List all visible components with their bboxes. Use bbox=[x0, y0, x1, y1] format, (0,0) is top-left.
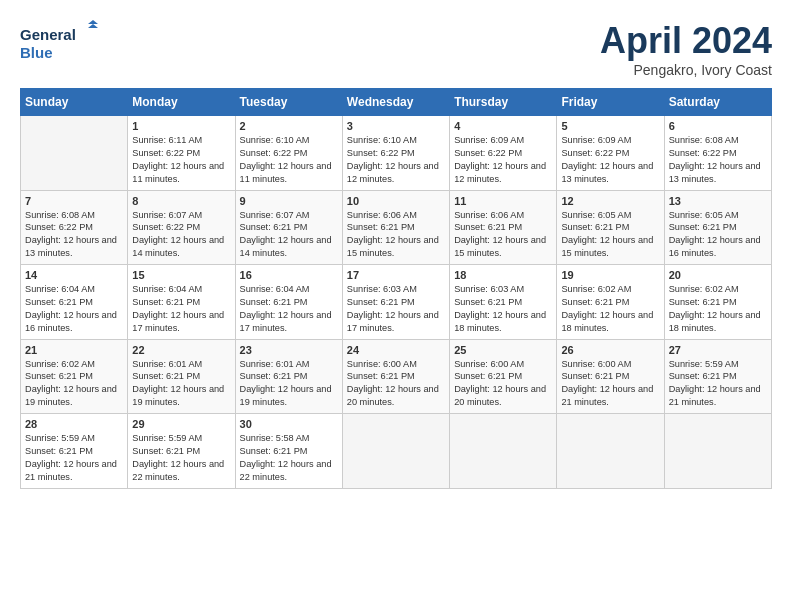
day-number: 4 bbox=[454, 120, 552, 132]
day-number: 8 bbox=[132, 195, 230, 207]
day-info: Sunrise: 6:09 AMSunset: 6:22 PMDaylight:… bbox=[454, 135, 546, 184]
calendar-cell bbox=[21, 116, 128, 191]
day-info: Sunrise: 6:10 AMSunset: 6:22 PMDaylight:… bbox=[347, 135, 439, 184]
calendar-cell: 22 Sunrise: 6:01 AMSunset: 6:21 PMDaylig… bbox=[128, 339, 235, 414]
calendar-cell: 26 Sunrise: 6:00 AMSunset: 6:21 PMDaylig… bbox=[557, 339, 664, 414]
calendar-cell: 5 Sunrise: 6:09 AMSunset: 6:22 PMDayligh… bbox=[557, 116, 664, 191]
day-info: Sunrise: 6:02 AMSunset: 6:21 PMDaylight:… bbox=[669, 284, 761, 333]
calendar-cell: 17 Sunrise: 6:03 AMSunset: 6:21 PMDaylig… bbox=[342, 265, 449, 340]
day-info: Sunrise: 6:07 AMSunset: 6:21 PMDaylight:… bbox=[240, 210, 332, 259]
calendar-cell: 4 Sunrise: 6:09 AMSunset: 6:22 PMDayligh… bbox=[450, 116, 557, 191]
calendar-cell: 28 Sunrise: 5:59 AMSunset: 6:21 PMDaylig… bbox=[21, 414, 128, 489]
column-header-sunday: Sunday bbox=[21, 89, 128, 116]
calendar-cell: 2 Sunrise: 6:10 AMSunset: 6:22 PMDayligh… bbox=[235, 116, 342, 191]
day-info: Sunrise: 6:10 AMSunset: 6:22 PMDaylight:… bbox=[240, 135, 332, 184]
day-info: Sunrise: 6:01 AMSunset: 6:21 PMDaylight:… bbox=[132, 359, 224, 408]
day-number: 19 bbox=[561, 269, 659, 281]
day-info: Sunrise: 6:08 AMSunset: 6:22 PMDaylight:… bbox=[669, 135, 761, 184]
calendar-table: SundayMondayTuesdayWednesdayThursdayFrid… bbox=[20, 88, 772, 489]
month-title: April 2024 bbox=[600, 20, 772, 62]
day-number: 29 bbox=[132, 418, 230, 430]
day-number: 17 bbox=[347, 269, 445, 281]
calendar-cell: 6 Sunrise: 6:08 AMSunset: 6:22 PMDayligh… bbox=[664, 116, 771, 191]
day-number: 22 bbox=[132, 344, 230, 356]
day-number: 16 bbox=[240, 269, 338, 281]
svg-text:General: General bbox=[20, 26, 76, 43]
day-info: Sunrise: 6:00 AMSunset: 6:21 PMDaylight:… bbox=[561, 359, 653, 408]
calendar-cell bbox=[664, 414, 771, 489]
week-row-2: 7 Sunrise: 6:08 AMSunset: 6:22 PMDayligh… bbox=[21, 190, 772, 265]
day-number: 26 bbox=[561, 344, 659, 356]
day-info: Sunrise: 6:03 AMSunset: 6:21 PMDaylight:… bbox=[454, 284, 546, 333]
calendar-cell: 27 Sunrise: 5:59 AMSunset: 6:21 PMDaylig… bbox=[664, 339, 771, 414]
calendar-cell: 3 Sunrise: 6:10 AMSunset: 6:22 PMDayligh… bbox=[342, 116, 449, 191]
day-info: Sunrise: 6:04 AMSunset: 6:21 PMDaylight:… bbox=[132, 284, 224, 333]
calendar-cell: 21 Sunrise: 6:02 AMSunset: 6:21 PMDaylig… bbox=[21, 339, 128, 414]
svg-marker-2 bbox=[88, 20, 98, 24]
day-number: 15 bbox=[132, 269, 230, 281]
page-header: General Blue April 2024 Pengakro, Ivory … bbox=[20, 20, 772, 78]
calendar-cell: 13 Sunrise: 6:05 AMSunset: 6:21 PMDaylig… bbox=[664, 190, 771, 265]
calendar-cell: 23 Sunrise: 6:01 AMSunset: 6:21 PMDaylig… bbox=[235, 339, 342, 414]
calendar-cell: 7 Sunrise: 6:08 AMSunset: 6:22 PMDayligh… bbox=[21, 190, 128, 265]
day-number: 24 bbox=[347, 344, 445, 356]
calendar-cell: 30 Sunrise: 5:58 AMSunset: 6:21 PMDaylig… bbox=[235, 414, 342, 489]
day-number: 13 bbox=[669, 195, 767, 207]
calendar-cell: 1 Sunrise: 6:11 AMSunset: 6:22 PMDayligh… bbox=[128, 116, 235, 191]
day-number: 28 bbox=[25, 418, 123, 430]
day-number: 5 bbox=[561, 120, 659, 132]
day-info: Sunrise: 6:00 AMSunset: 6:21 PMDaylight:… bbox=[454, 359, 546, 408]
week-row-4: 21 Sunrise: 6:02 AMSunset: 6:21 PMDaylig… bbox=[21, 339, 772, 414]
day-info: Sunrise: 6:05 AMSunset: 6:21 PMDaylight:… bbox=[669, 210, 761, 259]
day-number: 11 bbox=[454, 195, 552, 207]
column-header-tuesday: Tuesday bbox=[235, 89, 342, 116]
calendar-cell: 8 Sunrise: 6:07 AMSunset: 6:22 PMDayligh… bbox=[128, 190, 235, 265]
location: Pengakro, Ivory Coast bbox=[600, 62, 772, 78]
day-number: 14 bbox=[25, 269, 123, 281]
calendar-header-row: SundayMondayTuesdayWednesdayThursdayFrid… bbox=[21, 89, 772, 116]
calendar-cell bbox=[342, 414, 449, 489]
week-row-3: 14 Sunrise: 6:04 AMSunset: 6:21 PMDaylig… bbox=[21, 265, 772, 340]
day-info: Sunrise: 6:00 AMSunset: 6:21 PMDaylight:… bbox=[347, 359, 439, 408]
day-info: Sunrise: 5:59 AMSunset: 6:21 PMDaylight:… bbox=[25, 433, 117, 482]
calendar-cell: 18 Sunrise: 6:03 AMSunset: 6:21 PMDaylig… bbox=[450, 265, 557, 340]
calendar-cell: 16 Sunrise: 6:04 AMSunset: 6:21 PMDaylig… bbox=[235, 265, 342, 340]
day-number: 12 bbox=[561, 195, 659, 207]
calendar-cell: 9 Sunrise: 6:07 AMSunset: 6:21 PMDayligh… bbox=[235, 190, 342, 265]
day-info: Sunrise: 6:08 AMSunset: 6:22 PMDaylight:… bbox=[25, 210, 117, 259]
day-number: 9 bbox=[240, 195, 338, 207]
calendar-cell: 29 Sunrise: 5:59 AMSunset: 6:21 PMDaylig… bbox=[128, 414, 235, 489]
day-info: Sunrise: 6:06 AMSunset: 6:21 PMDaylight:… bbox=[347, 210, 439, 259]
column-header-saturday: Saturday bbox=[664, 89, 771, 116]
day-info: Sunrise: 5:58 AMSunset: 6:21 PMDaylight:… bbox=[240, 433, 332, 482]
calendar-cell: 25 Sunrise: 6:00 AMSunset: 6:21 PMDaylig… bbox=[450, 339, 557, 414]
week-row-1: 1 Sunrise: 6:11 AMSunset: 6:22 PMDayligh… bbox=[21, 116, 772, 191]
day-number: 7 bbox=[25, 195, 123, 207]
calendar-cell: 10 Sunrise: 6:06 AMSunset: 6:21 PMDaylig… bbox=[342, 190, 449, 265]
day-number: 18 bbox=[454, 269, 552, 281]
logo: General Blue bbox=[20, 20, 100, 64]
day-info: Sunrise: 5:59 AMSunset: 6:21 PMDaylight:… bbox=[132, 433, 224, 482]
day-number: 1 bbox=[132, 120, 230, 132]
column-header-thursday: Thursday bbox=[450, 89, 557, 116]
column-header-monday: Monday bbox=[128, 89, 235, 116]
calendar-cell: 15 Sunrise: 6:04 AMSunset: 6:21 PMDaylig… bbox=[128, 265, 235, 340]
day-number: 6 bbox=[669, 120, 767, 132]
calendar-cell: 14 Sunrise: 6:04 AMSunset: 6:21 PMDaylig… bbox=[21, 265, 128, 340]
day-number: 2 bbox=[240, 120, 338, 132]
day-info: Sunrise: 5:59 AMSunset: 6:21 PMDaylight:… bbox=[669, 359, 761, 408]
calendar-cell: 20 Sunrise: 6:02 AMSunset: 6:21 PMDaylig… bbox=[664, 265, 771, 340]
svg-marker-3 bbox=[88, 24, 98, 28]
day-info: Sunrise: 6:09 AMSunset: 6:22 PMDaylight:… bbox=[561, 135, 653, 184]
calendar-cell: 12 Sunrise: 6:05 AMSunset: 6:21 PMDaylig… bbox=[557, 190, 664, 265]
calendar-cell: 19 Sunrise: 6:02 AMSunset: 6:21 PMDaylig… bbox=[557, 265, 664, 340]
day-info: Sunrise: 6:07 AMSunset: 6:22 PMDaylight:… bbox=[132, 210, 224, 259]
svg-text:Blue: Blue bbox=[20, 44, 53, 61]
calendar-cell bbox=[450, 414, 557, 489]
day-info: Sunrise: 6:02 AMSunset: 6:21 PMDaylight:… bbox=[25, 359, 117, 408]
column-header-wednesday: Wednesday bbox=[342, 89, 449, 116]
calendar-cell bbox=[557, 414, 664, 489]
day-info: Sunrise: 6:04 AMSunset: 6:21 PMDaylight:… bbox=[240, 284, 332, 333]
day-number: 20 bbox=[669, 269, 767, 281]
day-info: Sunrise: 6:06 AMSunset: 6:21 PMDaylight:… bbox=[454, 210, 546, 259]
